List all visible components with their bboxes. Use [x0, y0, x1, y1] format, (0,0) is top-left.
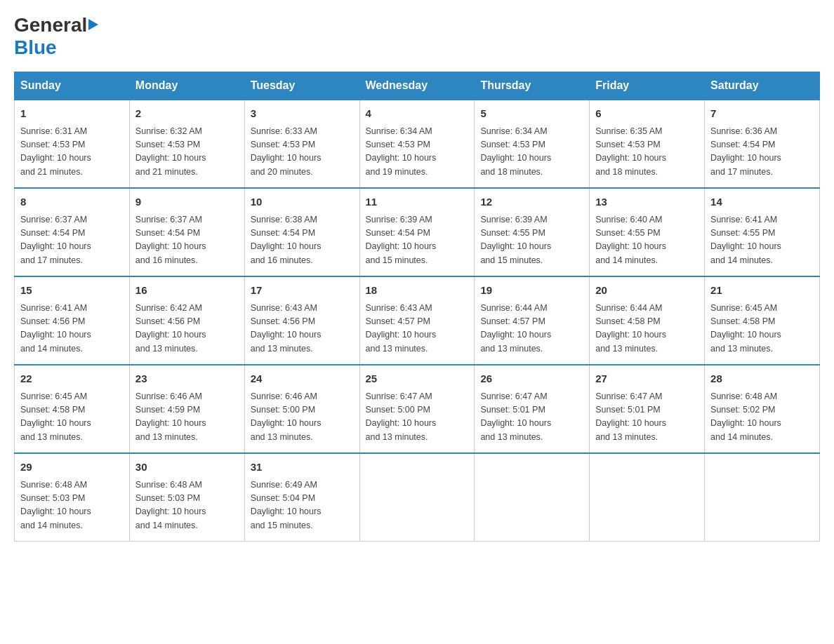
day-info: Sunrise: 6:38 AMSunset: 4:54 PMDaylight:…: [251, 213, 354, 268]
header-row: SundayMondayTuesdayWednesdayThursdayFrid…: [15, 72, 820, 100]
day-cell: 1Sunrise: 6:31 AMSunset: 4:53 PMDaylight…: [15, 100, 130, 188]
header-saturday: Saturday: [705, 72, 820, 100]
day-cell: [359, 453, 475, 542]
day-number: 30: [135, 459, 239, 476]
day-cell: 25Sunrise: 6:47 AMSunset: 5:00 PMDayligh…: [359, 365, 475, 453]
day-info: Sunrise: 6:37 AMSunset: 4:54 PMDaylight:…: [135, 213, 239, 268]
day-cell: 27Sunrise: 6:47 AMSunset: 5:01 PMDayligh…: [590, 365, 705, 453]
week-row-4: 22Sunrise: 6:45 AMSunset: 4:58 PMDayligh…: [15, 365, 820, 453]
day-info: Sunrise: 6:47 AMSunset: 5:01 PMDaylight:…: [595, 390, 699, 445]
day-cell: 26Sunrise: 6:47 AMSunset: 5:01 PMDayligh…: [475, 365, 590, 453]
logo-arrow-shape: [88, 19, 98, 30]
day-cell: 5Sunrise: 6:34 AMSunset: 4:53 PMDaylight…: [475, 100, 590, 188]
day-info: Sunrise: 6:40 AMSunset: 4:55 PMDaylight:…: [595, 213, 699, 268]
day-info: Sunrise: 6:48 AMSunset: 5:03 PMDaylight:…: [20, 478, 124, 533]
day-cell: 10Sunrise: 6:38 AMSunset: 4:54 PMDayligh…: [244, 188, 359, 276]
day-number: 16: [135, 283, 239, 299]
header-tuesday: Tuesday: [244, 72, 359, 100]
day-number: 4: [366, 106, 469, 122]
day-number: 7: [710, 106, 814, 122]
day-info: Sunrise: 6:41 AMSunset: 4:56 PMDaylight:…: [20, 302, 124, 356]
calendar-header: SundayMondayTuesdayWednesdayThursdayFrid…: [15, 72, 820, 100]
day-number: 1: [20, 106, 124, 122]
day-number: 10: [251, 194, 354, 210]
day-number: 15: [20, 283, 124, 299]
day-info: Sunrise: 6:39 AMSunset: 4:54 PMDaylight:…: [366, 213, 469, 268]
day-info: Sunrise: 6:48 AMSunset: 5:02 PMDaylight:…: [710, 390, 814, 445]
day-info: Sunrise: 6:49 AMSunset: 5:04 PMDaylight:…: [251, 478, 354, 533]
day-info: Sunrise: 6:37 AMSunset: 4:54 PMDaylight:…: [20, 213, 124, 268]
day-number: 8: [20, 194, 124, 210]
day-cell: 2Sunrise: 6:32 AMSunset: 4:53 PMDaylight…: [129, 100, 244, 188]
header-monday: Monday: [129, 72, 244, 100]
day-cell: 3Sunrise: 6:33 AMSunset: 4:53 PMDaylight…: [244, 100, 359, 188]
day-cell: 24Sunrise: 6:46 AMSunset: 5:00 PMDayligh…: [244, 365, 359, 453]
day-info: Sunrise: 6:45 AMSunset: 4:58 PMDaylight:…: [710, 302, 814, 356]
calendar-table: SundayMondayTuesdayWednesdayThursdayFrid…: [14, 72, 820, 542]
logo-blue-text: Blue: [14, 36, 57, 58]
day-info: Sunrise: 6:41 AMSunset: 4:55 PMDaylight:…: [710, 213, 814, 268]
day-cell: [705, 453, 820, 542]
day-number: 27: [595, 371, 699, 387]
day-cell: 11Sunrise: 6:39 AMSunset: 4:54 PMDayligh…: [359, 188, 475, 276]
day-cell: 20Sunrise: 6:44 AMSunset: 4:58 PMDayligh…: [590, 276, 705, 365]
day-number: 14: [710, 194, 814, 210]
day-info: Sunrise: 6:46 AMSunset: 4:59 PMDaylight:…: [135, 390, 239, 445]
day-info: Sunrise: 6:46 AMSunset: 5:00 PMDaylight:…: [251, 390, 354, 445]
day-cell: 30Sunrise: 6:48 AMSunset: 5:03 PMDayligh…: [129, 453, 244, 542]
day-info: Sunrise: 6:34 AMSunset: 4:53 PMDaylight:…: [366, 125, 469, 180]
day-info: Sunrise: 6:35 AMSunset: 4:53 PMDaylight:…: [595, 125, 699, 180]
day-number: 2: [135, 106, 239, 122]
day-info: Sunrise: 6:43 AMSunset: 4:56 PMDaylight:…: [251, 302, 354, 356]
week-row-5: 29Sunrise: 6:48 AMSunset: 5:03 PMDayligh…: [15, 453, 820, 542]
day-number: 21: [710, 283, 814, 299]
day-cell: 4Sunrise: 6:34 AMSunset: 4:53 PMDaylight…: [359, 100, 475, 188]
day-cell: 28Sunrise: 6:48 AMSunset: 5:02 PMDayligh…: [705, 365, 820, 453]
day-info: Sunrise: 6:31 AMSunset: 4:53 PMDaylight:…: [20, 125, 124, 180]
day-info: Sunrise: 6:42 AMSunset: 4:56 PMDaylight:…: [135, 302, 239, 356]
day-cell: [475, 453, 590, 542]
day-number: 18: [366, 283, 469, 299]
day-info: Sunrise: 6:47 AMSunset: 5:01 PMDaylight:…: [480, 390, 583, 445]
day-number: 5: [480, 106, 583, 122]
day-info: Sunrise: 6:45 AMSunset: 4:58 PMDaylight:…: [20, 390, 124, 445]
day-number: 13: [595, 194, 699, 210]
day-number: 17: [251, 283, 354, 299]
day-cell: 14Sunrise: 6:41 AMSunset: 4:55 PMDayligh…: [705, 188, 820, 276]
day-number: 26: [480, 371, 583, 387]
day-cell: 29Sunrise: 6:48 AMSunset: 5:03 PMDayligh…: [15, 453, 130, 542]
day-number: 3: [251, 106, 354, 122]
week-row-3: 15Sunrise: 6:41 AMSunset: 4:56 PMDayligh…: [15, 276, 820, 365]
calendar-body: 1Sunrise: 6:31 AMSunset: 4:53 PMDaylight…: [15, 100, 820, 542]
day-number: 24: [251, 371, 354, 387]
day-number: 19: [480, 283, 583, 299]
day-info: Sunrise: 6:34 AMSunset: 4:53 PMDaylight:…: [480, 125, 583, 180]
day-cell: 9Sunrise: 6:37 AMSunset: 4:54 PMDaylight…: [129, 188, 244, 276]
day-number: 9: [135, 194, 239, 210]
day-info: Sunrise: 6:36 AMSunset: 4:54 PMDaylight:…: [710, 125, 814, 180]
page-header: General Blue: [14, 14, 820, 59]
day-number: 20: [595, 283, 699, 299]
day-cell: 7Sunrise: 6:36 AMSunset: 4:54 PMDaylight…: [705, 100, 820, 188]
day-number: 11: [366, 194, 469, 210]
day-info: Sunrise: 6:33 AMSunset: 4:53 PMDaylight:…: [251, 125, 354, 180]
day-info: Sunrise: 6:32 AMSunset: 4:53 PMDaylight:…: [135, 125, 239, 180]
day-number: 29: [20, 459, 124, 476]
day-cell: 22Sunrise: 6:45 AMSunset: 4:58 PMDayligh…: [15, 365, 130, 453]
day-number: 6: [595, 106, 699, 122]
logo: General Blue: [14, 14, 98, 59]
day-cell: 17Sunrise: 6:43 AMSunset: 4:56 PMDayligh…: [244, 276, 359, 365]
day-cell: 8Sunrise: 6:37 AMSunset: 4:54 PMDaylight…: [15, 188, 130, 276]
week-row-1: 1Sunrise: 6:31 AMSunset: 4:53 PMDaylight…: [15, 100, 820, 188]
day-info: Sunrise: 6:39 AMSunset: 4:55 PMDaylight:…: [480, 213, 583, 268]
day-cell: 6Sunrise: 6:35 AMSunset: 4:53 PMDaylight…: [590, 100, 705, 188]
day-info: Sunrise: 6:48 AMSunset: 5:03 PMDaylight:…: [135, 478, 239, 533]
header-wednesday: Wednesday: [359, 72, 475, 100]
day-info: Sunrise: 6:44 AMSunset: 4:58 PMDaylight:…: [595, 302, 699, 356]
week-row-2: 8Sunrise: 6:37 AMSunset: 4:54 PMDaylight…: [15, 188, 820, 276]
header-thursday: Thursday: [475, 72, 590, 100]
day-cell: 21Sunrise: 6:45 AMSunset: 4:58 PMDayligh…: [705, 276, 820, 365]
day-number: 23: [135, 371, 239, 387]
header-friday: Friday: [590, 72, 705, 100]
day-info: Sunrise: 6:43 AMSunset: 4:57 PMDaylight:…: [366, 302, 469, 356]
